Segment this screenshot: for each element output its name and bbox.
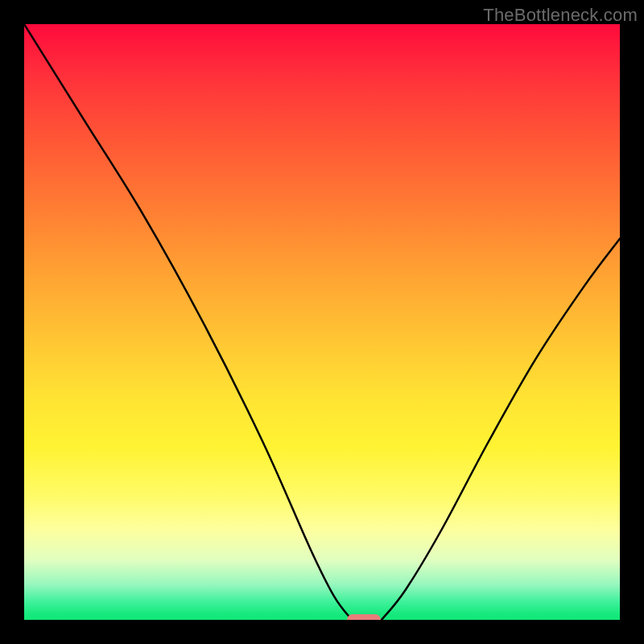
curve-right-branch: [382, 238, 620, 620]
watermark-text: TheBottleneck.com: [483, 5, 638, 26]
plot-area: [24, 24, 620, 620]
optimum-marker: [347, 614, 381, 620]
bottleneck-curve: [24, 24, 620, 620]
chart-frame: TheBottleneck.com: [0, 0, 644, 644]
curve-left-branch: [24, 24, 352, 620]
